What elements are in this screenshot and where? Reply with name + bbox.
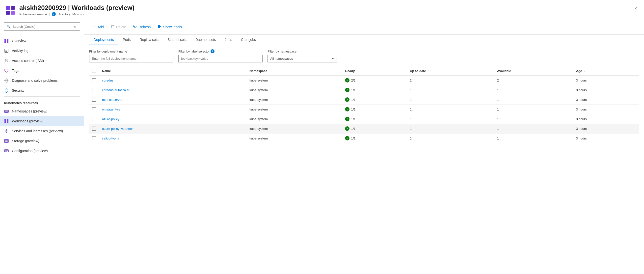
available-cell: 1	[494, 124, 573, 134]
select-all-checkbox[interactable]	[92, 69, 96, 73]
label-selector-input[interactable]	[178, 55, 262, 62]
namespace-select[interactable]: All namespaces kube-system default	[268, 55, 337, 62]
delete-icon	[111, 24, 115, 29]
sidebar-item-overview[interactable]: Overview	[0, 36, 84, 46]
tab-daemon-sets[interactable]: Daemon sets	[191, 35, 220, 45]
collapse-button[interactable]: «	[72, 24, 77, 29]
deployment-name-cell[interactable]: coredns-autoscaler	[99, 85, 246, 95]
ready-check-icon: ✓	[345, 78, 350, 82]
search-wrapper[interactable]: 🔍 «	[4, 22, 80, 31]
up-to-date-cell: 1	[407, 95, 494, 104]
sidebar-item-security[interactable]: Security	[0, 86, 84, 96]
available-cell: 1	[494, 104, 573, 114]
tabs-bar: Deployments Pods Replica sets Stateful s…	[84, 35, 644, 45]
delete-button[interactable]: Delete	[108, 23, 129, 31]
namespace-cell: kube-system	[246, 95, 342, 104]
sidebar-item-storage[interactable]: Storage (preview)	[0, 136, 84, 146]
namespace-cell: kube-system	[246, 76, 342, 85]
namespace-cell: kube-system	[246, 124, 342, 134]
refresh-icon	[133, 24, 137, 29]
sidebar-item-diagnose[interactable]: Diagnose and solve problems	[0, 76, 84, 86]
svg-rect-1	[11, 6, 15, 10]
ready-check-icon: ✓	[345, 126, 350, 131]
row-checkbox-cell	[89, 85, 99, 95]
row-checkbox-cell	[89, 104, 99, 114]
col-age[interactable]: Age ↓	[573, 66, 639, 76]
svg-point-13	[6, 70, 6, 70]
sidebar-item-label: Activity log	[12, 49, 28, 53]
table-row: azure-policy-webhook kube-system ✓ 1/1 1…	[89, 124, 639, 134]
ready-value: 2/2	[351, 78, 356, 82]
row-checkbox-cell	[89, 76, 99, 85]
main-layout: 🔍 « Overview	[0, 19, 644, 274]
sidebar-item-workloads[interactable]: Workloads (preview)	[0, 116, 84, 126]
show-labels-icon	[158, 24, 162, 29]
header-subtitle: Kubernetes service | i Directory: Micros…	[19, 12, 639, 16]
sidebar-item-label: Configuration (preview)	[12, 149, 48, 153]
deployment-name-cell[interactable]: calico-typha	[99, 134, 246, 143]
show-labels-button[interactable]: Show labels	[154, 23, 185, 31]
sidebar-item-tags[interactable]: Tags	[0, 66, 84, 76]
tab-deployments[interactable]: Deployments	[89, 35, 118, 45]
sidebar-item-access-control[interactable]: Access control (IAM)	[0, 56, 84, 66]
deployment-name-cell[interactable]: azure-policy-webhook	[99, 124, 246, 134]
available-cell: 2	[494, 76, 573, 85]
namespaces-icon	[4, 109, 9, 114]
svg-rect-39	[158, 26, 161, 27]
sidebar-item-configuration[interactable]: Configuration (preview)	[0, 146, 84, 156]
info-icon[interactable]: i	[52, 12, 56, 16]
tab-pods[interactable]: Pods	[118, 35, 135, 45]
directory-label: Directory: Microsoft	[58, 12, 86, 16]
row-checkbox[interactable]	[92, 88, 96, 92]
row-checkbox[interactable]	[92, 78, 96, 82]
deployment-name-cell[interactable]: metrics-server	[99, 95, 246, 104]
ready-value: 1/1	[351, 127, 356, 130]
namespace-cell: kube-system	[246, 114, 342, 124]
tab-cron-jobs[interactable]: Cron jobs	[236, 35, 260, 45]
services-icon	[4, 128, 9, 134]
sidebar-item-label: Access control (IAM)	[12, 59, 44, 63]
sidebar-item-services[interactable]: Services and ingresses (preview)	[0, 126, 84, 136]
svg-point-12	[6, 59, 8, 61]
up-to-date-cell: 1	[407, 134, 494, 143]
ready-value: 1/1	[351, 117, 356, 121]
sidebar-item-activity-log[interactable]: Activity log	[0, 46, 84, 56]
sidebar-item-namespaces[interactable]: Namespaces (preview)	[0, 106, 84, 116]
tab-replica-sets[interactable]: Replica sets	[135, 35, 163, 45]
deployment-name-cell[interactable]: azure-policy	[99, 114, 246, 124]
ready-check-icon: ✓	[345, 97, 350, 102]
row-checkbox[interactable]	[92, 107, 96, 111]
tab-stateful-sets[interactable]: Stateful sets	[163, 35, 191, 45]
close-button[interactable]: ×	[632, 5, 639, 12]
sidebar-navigation: Overview Activity log	[0, 34, 84, 158]
table-row: metrics-server kube-system ✓ 1/1 1 1 3 h…	[89, 95, 639, 104]
label-info-icon[interactable]: i	[210, 49, 214, 53]
deployment-name-cell[interactable]: omsagent-rs	[99, 104, 246, 114]
deployment-name-label: Filter by deployment name	[89, 50, 174, 53]
col-available: Available	[494, 66, 573, 76]
row-checkbox[interactable]	[92, 136, 96, 140]
ready-value: 1/1	[351, 136, 356, 140]
security-icon	[4, 88, 9, 93]
sidebar: 🔍 « Overview	[0, 19, 84, 274]
available-cell: 1	[494, 95, 573, 104]
deployment-name-cell[interactable]: coredns	[99, 76, 246, 85]
row-checkbox[interactable]	[92, 126, 96, 130]
deployment-name-input[interactable]	[89, 55, 174, 62]
table-row: coredns kube-system ✓ 2/2 2 2 3 hours	[89, 76, 639, 85]
row-checkbox[interactable]	[92, 98, 96, 102]
add-button[interactable]: ＋ Add	[89, 23, 107, 31]
filter-namespace: Filter by namespace All namespaces kube-…	[268, 50, 337, 62]
row-checkbox[interactable]	[92, 117, 96, 121]
search-input[interactable]	[13, 25, 70, 28]
col-up-to-date: Up-to-date	[407, 66, 494, 76]
storage-icon	[4, 138, 9, 144]
refresh-button[interactable]: Refresh	[130, 23, 154, 31]
namespace-label: Filter by namespace	[268, 50, 337, 53]
svg-rect-38	[158, 25, 160, 26]
deployments-table: Name Namespace Ready Up-to-date Availabl…	[89, 66, 639, 143]
filters-row: Filter by deployment name Filter by labe…	[84, 45, 644, 66]
up-to-date-cell: 1	[407, 114, 494, 124]
tab-jobs[interactable]: Jobs	[220, 35, 236, 45]
content-area: ＋ Add Delete	[84, 19, 644, 274]
